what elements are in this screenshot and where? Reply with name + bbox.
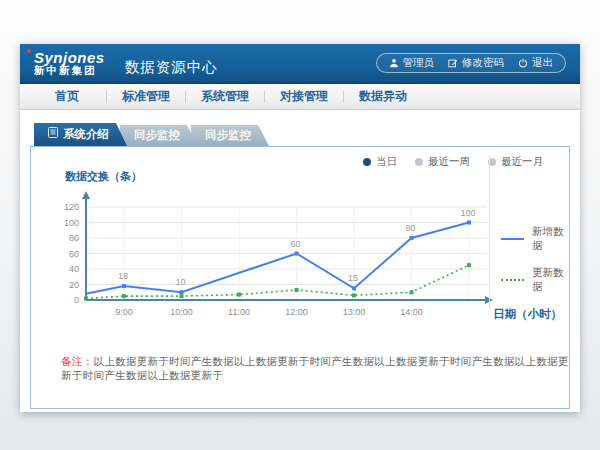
footnote-prefix: 备注： [61,355,93,367]
content-area: 系统介绍 同步监控 同步监控 当日 最近一周 [20,110,580,409]
tab-system-intro[interactable]: 系统介绍 [34,123,127,146]
radio-dot-icon [363,158,371,166]
line-chart: 0204060801001209:0010:0011:0012:0013:001… [41,183,497,333]
svg-text:0: 0 [74,295,79,305]
radio-last-week[interactable]: 最近一周 [415,155,470,169]
radio-label: 当日 [376,155,397,169]
nav-item-system-management[interactable]: 系统管理 [186,88,264,105]
svg-text:40: 40 [69,264,79,274]
legend-label: 更新数据 [532,266,569,294]
svg-text:100: 100 [460,208,475,218]
svg-text:100: 100 [64,218,79,228]
chart-panel: 当日 最近一周 最近一月 数据交换（条） 0204060801001209:00… [30,146,570,409]
svg-text:80: 80 [69,233,79,243]
legend-item-updated-data: 更新数据 [501,266,569,294]
svg-text:11:00: 11:00 [228,307,250,317]
legend-label: 新增数据 [532,225,569,253]
svg-text:13:00: 13:00 [343,307,366,317]
app-window: Synjones 新中新集团 数据资源中心 管理员 修改密码 退出 [20,44,580,412]
tab-sync-monitor-1[interactable]: 同步监控 [120,125,198,146]
edit-icon [448,58,458,68]
header: Synjones 新中新集团 数据资源中心 管理员 修改密码 退出 [20,44,580,84]
nav-item-data-change[interactable]: 数据异动 [344,88,422,105]
svg-text:12:00: 12:00 [285,307,308,317]
radio-last-month[interactable]: 最近一月 [488,155,543,169]
nav-item-docking-management[interactable]: 对接管理 [265,88,343,105]
dotted-line-icon [501,279,524,281]
current-user[interactable]: 管理员 [389,56,435,70]
x-axis-title: 日期（小时） [493,307,562,322]
tab-label: 系统介绍 [63,123,109,146]
svg-text:20: 20 [69,280,79,290]
svg-text:10:00: 10:00 [170,307,193,317]
svg-text:14:00: 14:00 [400,307,423,317]
logo-company-name: 新中新集团 [34,65,105,76]
logo-brand-text: Synjones [34,50,105,66]
tab-label: 同步监控 [205,129,251,141]
change-password-button[interactable]: 修改密码 [448,56,504,70]
chart-legend: 新增数据 更新数据 [501,225,569,294]
svg-text:60: 60 [69,249,79,259]
radio-label: 最近一月 [501,155,543,169]
svg-text:9:00: 9:00 [115,307,133,317]
svg-text:120: 120 [64,202,79,212]
svg-text:60: 60 [290,239,300,249]
y-axis-title: 数据交换（条） [65,169,142,184]
svg-text:80: 80 [405,223,415,233]
time-range-radio-group: 当日 最近一周 最近一月 [363,155,543,169]
tab-sync-monitor-2[interactable]: 同步监控 [191,125,269,146]
current-user-label: 管理员 [403,56,435,70]
legend-divider [489,155,490,310]
nav-item-standard-management[interactable]: 标准管理 [107,88,185,105]
change-password-label: 修改密码 [462,56,504,70]
user-icon [389,58,399,68]
svg-text:10: 10 [175,277,185,287]
main-nav: 首页 标准管理 系统管理 对接管理 数据异动 [20,84,580,110]
svg-text:15: 15 [348,273,358,283]
logo-trademark-dot [27,49,31,53]
solid-line-icon [501,238,524,240]
radio-dot-icon [415,158,423,166]
radio-label: 最近一周 [428,155,470,169]
tab-label: 同步监控 [134,129,180,141]
svg-text:18: 18 [118,271,128,281]
document-icon [48,123,58,146]
power-icon [518,58,528,68]
page-title: 数据资源中心 [125,58,218,77]
footnote: 备注：以上数据更新于时间产生数据以上数据更新于时间产生数据以上数据更新于时间产生… [61,355,569,383]
radio-today[interactable]: 当日 [363,155,397,169]
nav-item-home[interactable]: 首页 [28,88,106,105]
logout-button[interactable]: 退出 [518,56,553,70]
user-toolbar: 管理员 修改密码 退出 [376,53,567,73]
logout-label: 退出 [532,56,553,70]
footnote-text: 以上数据更新于时间产生数据以上数据更新于时间产生数据以上数据更新于时间产生数据以… [61,355,569,381]
tab-bar: 系统介绍 同步监控 同步监控 [34,123,570,146]
legend-item-new-data: 新增数据 [501,225,569,253]
company-logo: Synjones 新中新集团 [34,50,105,77]
